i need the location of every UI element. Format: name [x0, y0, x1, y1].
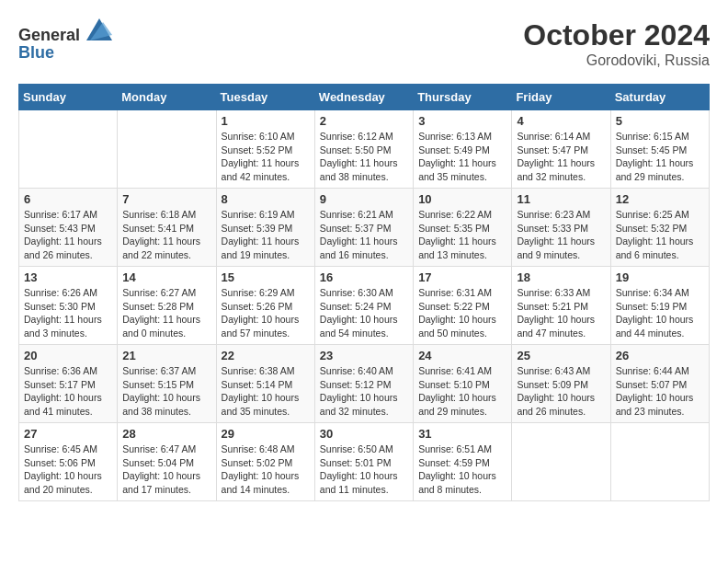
- day-number: 27: [24, 427, 112, 441]
- day-cell: 29Sunrise: 6:48 AMSunset: 5:02 PMDayligh…: [216, 423, 314, 501]
- logo-general: General: [18, 26, 80, 44]
- day-number: 12: [616, 192, 704, 206]
- day-info: Sunrise: 6:13 AMSunset: 5:49 PMDaylight:…: [418, 130, 506, 184]
- day-info: Sunrise: 6:22 AMSunset: 5:35 PMDaylight:…: [418, 208, 506, 262]
- header-day-wednesday: Wednesday: [314, 85, 413, 110]
- week-row-1: 1Sunrise: 6:10 AMSunset: 5:52 PMDaylight…: [19, 110, 710, 189]
- day-number: 2: [320, 114, 408, 128]
- logo-icon: [86, 18, 112, 40]
- day-cell: 6Sunrise: 6:17 AMSunset: 5:43 PMDaylight…: [19, 189, 118, 267]
- day-number: 20: [24, 349, 112, 362]
- day-cell: 8Sunrise: 6:19 AMSunset: 5:39 PMDaylight…: [216, 189, 314, 267]
- day-number: 17: [418, 270, 506, 284]
- day-number: 29: [222, 427, 310, 441]
- header-day-sunday: Sunday: [19, 85, 118, 110]
- day-cell: 14Sunrise: 6:27 AMSunset: 5:28 PMDayligh…: [118, 267, 216, 345]
- day-info: Sunrise: 6:27 AMSunset: 5:28 PMDaylight:…: [122, 286, 210, 340]
- day-info: Sunrise: 6:21 AMSunset: 5:37 PMDaylight:…: [320, 208, 408, 262]
- day-number: 31: [418, 427, 506, 441]
- day-number: 3: [418, 114, 506, 128]
- day-cell: 20Sunrise: 6:36 AMSunset: 5:17 PMDayligh…: [19, 345, 118, 423]
- day-cell: 4Sunrise: 6:14 AMSunset: 5:47 PMDaylight…: [512, 110, 610, 189]
- day-info: Sunrise: 6:30 AMSunset: 5:24 PMDaylight:…: [320, 286, 408, 340]
- day-info: Sunrise: 6:50 AMSunset: 5:01 PMDaylight:…: [320, 442, 408, 497]
- day-cell: 27Sunrise: 6:45 AMSunset: 5:06 PMDayligh…: [19, 423, 118, 501]
- day-number: 24: [418, 349, 506, 362]
- header-row: SundayMondayTuesdayWednesdayThursdayFrid…: [19, 85, 710, 110]
- day-number: 9: [320, 192, 408, 206]
- day-cell: 13Sunrise: 6:26 AMSunset: 5:30 PMDayligh…: [19, 267, 118, 345]
- day-cell: [610, 423, 709, 501]
- day-info: Sunrise: 6:37 AMSunset: 5:15 PMDaylight:…: [122, 364, 210, 419]
- day-info: Sunrise: 6:43 AMSunset: 5:09 PMDaylight:…: [517, 364, 605, 419]
- day-number: 19: [616, 270, 704, 284]
- calendar-header: SundayMondayTuesdayWednesdayThursdayFrid…: [19, 85, 710, 110]
- day-number: 23: [320, 349, 408, 362]
- day-info: Sunrise: 6:25 AMSunset: 5:32 PMDaylight:…: [616, 208, 704, 262]
- day-info: Sunrise: 6:14 AMSunset: 5:47 PMDaylight:…: [517, 130, 605, 184]
- day-cell: 1Sunrise: 6:10 AMSunset: 5:52 PMDaylight…: [216, 110, 314, 189]
- day-cell: 15Sunrise: 6:29 AMSunset: 5:26 PMDayligh…: [216, 267, 314, 345]
- day-info: Sunrise: 6:10 AMSunset: 5:52 PMDaylight:…: [222, 130, 310, 184]
- page-header: General Blue October 2024 Gorodoviki, Ru…: [18, 18, 710, 69]
- day-cell: 2Sunrise: 6:12 AMSunset: 5:50 PMDaylight…: [314, 110, 413, 189]
- title-block: October 2024 Gorodoviki, Russia: [523, 18, 710, 69]
- day-info: Sunrise: 6:15 AMSunset: 5:45 PMDaylight:…: [616, 130, 704, 184]
- day-info: Sunrise: 6:47 AMSunset: 5:04 PMDaylight:…: [122, 442, 210, 497]
- location-title: Gorodoviki, Russia: [523, 52, 710, 69]
- day-info: Sunrise: 6:44 AMSunset: 5:07 PMDaylight:…: [616, 364, 704, 419]
- day-number: 11: [517, 192, 605, 206]
- day-number: 26: [616, 349, 704, 362]
- header-day-friday: Friday: [512, 85, 610, 110]
- day-cell: [19, 110, 118, 189]
- day-cell: 19Sunrise: 6:34 AMSunset: 5:19 PMDayligh…: [610, 267, 709, 345]
- header-day-saturday: Saturday: [610, 85, 709, 110]
- day-info: Sunrise: 6:41 AMSunset: 5:10 PMDaylight:…: [418, 364, 506, 419]
- day-number: 18: [517, 270, 605, 284]
- day-number: 10: [418, 192, 506, 206]
- day-info: Sunrise: 6:19 AMSunset: 5:39 PMDaylight:…: [222, 208, 310, 262]
- day-cell: 10Sunrise: 6:22 AMSunset: 5:35 PMDayligh…: [414, 189, 512, 267]
- calendar-table: SundayMondayTuesdayWednesdayThursdayFrid…: [18, 84, 710, 501]
- day-info: Sunrise: 6:12 AMSunset: 5:50 PMDaylight:…: [320, 130, 408, 184]
- header-day-thursday: Thursday: [414, 85, 512, 110]
- day-cell: 16Sunrise: 6:30 AMSunset: 5:24 PMDayligh…: [314, 267, 413, 345]
- logo-text: General Blue: [18, 18, 112, 62]
- month-title: October 2024: [523, 18, 710, 52]
- day-number: 4: [517, 114, 605, 128]
- day-cell: 28Sunrise: 6:47 AMSunset: 5:04 PMDayligh…: [118, 423, 216, 501]
- day-number: 22: [222, 349, 310, 362]
- day-info: Sunrise: 6:48 AMSunset: 5:02 PMDaylight:…: [222, 442, 310, 497]
- day-cell: 12Sunrise: 6:25 AMSunset: 5:32 PMDayligh…: [610, 189, 709, 267]
- day-number: 16: [320, 270, 408, 284]
- calendar-body: 1Sunrise: 6:10 AMSunset: 5:52 PMDaylight…: [19, 110, 710, 501]
- day-cell: 21Sunrise: 6:37 AMSunset: 5:15 PMDayligh…: [118, 345, 216, 423]
- day-cell: 7Sunrise: 6:18 AMSunset: 5:41 PMDaylight…: [118, 189, 216, 267]
- day-info: Sunrise: 6:31 AMSunset: 5:22 PMDaylight:…: [418, 286, 506, 340]
- day-cell: 17Sunrise: 6:31 AMSunset: 5:22 PMDayligh…: [414, 267, 512, 345]
- day-cell: 25Sunrise: 6:43 AMSunset: 5:09 PMDayligh…: [512, 345, 610, 423]
- day-cell: 26Sunrise: 6:44 AMSunset: 5:07 PMDayligh…: [610, 345, 709, 423]
- day-cell: 18Sunrise: 6:33 AMSunset: 5:21 PMDayligh…: [512, 267, 610, 345]
- day-info: Sunrise: 6:45 AMSunset: 5:06 PMDaylight:…: [24, 442, 112, 497]
- day-cell: 24Sunrise: 6:41 AMSunset: 5:10 PMDayligh…: [414, 345, 512, 423]
- day-cell: 5Sunrise: 6:15 AMSunset: 5:45 PMDaylight…: [610, 110, 709, 189]
- week-row-5: 27Sunrise: 6:45 AMSunset: 5:06 PMDayligh…: [19, 423, 710, 501]
- day-info: Sunrise: 6:17 AMSunset: 5:43 PMDaylight:…: [24, 208, 112, 262]
- day-number: 30: [320, 427, 408, 441]
- logo-blue: Blue: [18, 43, 54, 62]
- header-day-tuesday: Tuesday: [216, 85, 314, 110]
- day-info: Sunrise: 6:18 AMSunset: 5:41 PMDaylight:…: [122, 208, 210, 262]
- day-cell: 22Sunrise: 6:38 AMSunset: 5:14 PMDayligh…: [216, 345, 314, 423]
- header-day-monday: Monday: [118, 85, 216, 110]
- day-number: 13: [24, 270, 112, 284]
- day-number: 21: [122, 349, 210, 362]
- day-number: 7: [122, 192, 210, 206]
- day-info: Sunrise: 6:33 AMSunset: 5:21 PMDaylight:…: [517, 286, 605, 340]
- day-info: Sunrise: 6:36 AMSunset: 5:17 PMDaylight:…: [24, 364, 112, 419]
- day-info: Sunrise: 6:51 AMSunset: 4:59 PMDaylight:…: [418, 442, 506, 497]
- day-info: Sunrise: 6:34 AMSunset: 5:19 PMDaylight:…: [616, 286, 704, 340]
- week-row-4: 20Sunrise: 6:36 AMSunset: 5:17 PMDayligh…: [19, 345, 710, 423]
- day-number: 25: [517, 349, 605, 362]
- day-number: 15: [222, 270, 310, 284]
